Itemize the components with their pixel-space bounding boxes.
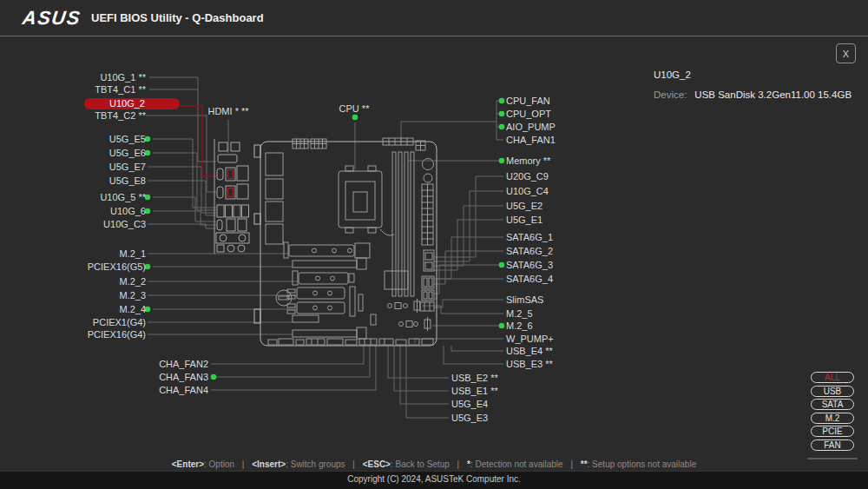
eps-power-connectors xyxy=(293,139,326,149)
m2-slot-2 xyxy=(293,271,354,285)
port-label-w-pump[interactable]: W_PUMP+ xyxy=(506,334,554,345)
filter-button-pcie[interactable]: PCIE xyxy=(811,426,854,437)
memory-slots xyxy=(392,152,414,296)
port-label-u10g-6[interactable]: U10G_6 xyxy=(35,206,146,217)
hint-separator: | xyxy=(242,459,245,469)
port-label-cha-fan4[interactable]: CHA_FAN4 xyxy=(104,385,208,396)
status-dot xyxy=(499,124,505,130)
filter-button-sata[interactable]: SATA xyxy=(811,399,854,410)
usb-port-highlight xyxy=(228,170,233,179)
hint-double-asterisk: **: Setup options not available xyxy=(581,459,696,469)
hint-separator: | xyxy=(457,459,460,469)
pciex1-g4-slot xyxy=(293,315,319,322)
filter-button-group: ALL USB SATA M.2 PCIE FAN xyxy=(811,372,856,453)
status-dot xyxy=(499,158,505,164)
port-label-usb-e3[interactable]: USB_E3 ** xyxy=(506,359,553,370)
hint-separator: | xyxy=(352,459,355,469)
port-label-u5g-e7[interactable]: U5G_E7 xyxy=(35,162,146,173)
pciex16-g4-slot xyxy=(293,327,366,339)
port-label-sata6g-4[interactable]: SATA6G_4 xyxy=(506,274,553,285)
port-label-m2-2[interactable]: M.2_2 xyxy=(35,276,146,287)
board-components xyxy=(266,138,434,345)
port-label-u5g-e8[interactable]: U5G_E8 xyxy=(35,175,146,187)
hint-asterisk: *: Detection not available xyxy=(467,459,563,469)
port-label-u5g-e6[interactable]: U5G_E6 xyxy=(35,148,146,159)
port-label-hdmi[interactable]: HDMI * ** xyxy=(194,106,263,117)
port-label-cpu[interactable]: CPU ** xyxy=(319,103,389,115)
port-label-u5g-e1[interactable]: U5G_E1 xyxy=(506,215,542,226)
port-label-sata6g-2[interactable]: SATA6G_2 xyxy=(506,246,553,257)
status-dots xyxy=(145,98,505,380)
vrm-heatsinks xyxy=(266,153,283,244)
fan-header-strip xyxy=(383,138,425,150)
port-label-u5g-e2[interactable]: U5G_E2 xyxy=(506,201,542,212)
port-label-u5g-e4[interactable]: U5G_E4 xyxy=(451,399,488,410)
sata-connectors xyxy=(422,276,434,301)
status-dot xyxy=(499,111,505,117)
filter-button-usb[interactable]: USB xyxy=(811,386,854,397)
port-label-cha-fan1[interactable]: CHA_FAN1 xyxy=(506,135,556,146)
status-dot xyxy=(499,98,505,104)
port-label-usb-e2[interactable]: USB_E2 ** xyxy=(451,373,498,384)
port-label-pciex16-g5[interactable]: PCIEX16(G5) xyxy=(35,261,146,273)
port-label-m2-5[interactable]: M.2_5 xyxy=(506,308,533,320)
hint-esc: <ESC>: Back to Setup xyxy=(363,459,450,469)
slimsas-connector xyxy=(420,302,434,311)
copyright-bar: Copyright (C) 2024, ASUSTeK Computer Inc… xyxy=(0,471,868,489)
filter-button-m2[interactable]: M.2 xyxy=(811,413,854,424)
status-dot xyxy=(499,323,505,329)
port-label-sata6g-3[interactable]: SATA6G_3 xyxy=(506,260,553,271)
port-label-u5g-e5[interactable]: U5G_E5 xyxy=(35,134,146,145)
rear-io-panel xyxy=(214,139,249,254)
cmos-battery xyxy=(276,290,292,306)
port-label-tbt4-c1[interactable]: TBT4_C1 ** xyxy=(35,84,146,96)
connection-lines xyxy=(146,77,858,459)
m2-slot-4 xyxy=(287,302,345,314)
status-dot xyxy=(211,374,217,380)
m2-5-standoffs xyxy=(388,299,421,313)
port-label-u10g-1[interactable]: U10G_1 ** xyxy=(35,72,146,83)
hint-separator: | xyxy=(570,459,573,469)
port-label-u10g-5[interactable]: U10G_5 ** xyxy=(35,192,146,203)
port-label-m2-3[interactable]: M.2_3 xyxy=(35,290,146,301)
port-label-aio-pump[interactable]: AIO_PUMP xyxy=(506,122,556,133)
port-label-u10g-c3[interactable]: U10G_C3 xyxy=(35,219,146,230)
m2-6-standoffs xyxy=(399,317,431,331)
port-label-usb-e1[interactable]: USB_E1 ** xyxy=(451,386,498,397)
atx-power-connector xyxy=(422,184,433,245)
port-label-m2-6[interactable]: M.2_6 xyxy=(506,320,533,332)
hdmi-port xyxy=(218,155,237,162)
port-label-u10g-2-selected[interactable]: U10G_2 xyxy=(84,98,180,109)
port-label-u20g-c9[interactable]: U20G_C9 xyxy=(506,171,549,182)
port-label-cpu-fan[interactable]: CPU_FAN xyxy=(506,96,550,107)
port-label-tbt4-c2[interactable]: TBT4_C2 ** xyxy=(35,110,146,122)
port-label-pciex1-g4[interactable]: PCIEX1(G4) xyxy=(35,317,146,328)
front-panel-usb-header xyxy=(424,250,434,271)
hint-insert: <Insert>: Switch groups xyxy=(252,459,345,469)
cpu-socket xyxy=(339,166,394,235)
port-label-usb-e4[interactable]: USB_E4 ** xyxy=(506,346,553,357)
bios-button xyxy=(423,159,434,170)
key-hints-bar: <Enter>: Option | <Insert>: Switch group… xyxy=(0,459,868,469)
status-dot xyxy=(352,115,358,121)
port-label-cha-fan3[interactable]: CHA_FAN3 xyxy=(104,372,208,383)
port-label-u10g-c4[interactable]: U10G_C4 xyxy=(506,186,549,197)
port-label-cha-fan2[interactable]: CHA_FAN2 xyxy=(104,359,208,370)
m2-slot-3 xyxy=(287,287,345,299)
pciex16-g5-slot xyxy=(293,258,366,269)
port-label-cpu-opt[interactable]: CPU_OPT xyxy=(506,109,551,120)
port-label-pciex16-g4[interactable]: PCIEX16(G4) xyxy=(35,329,146,340)
hint-enter: <Enter>: Option xyxy=(172,459,234,469)
bottom-edge-headers xyxy=(268,339,433,345)
port-label-m2-1[interactable]: M.2_1 xyxy=(35,248,146,260)
port-label-m2-4[interactable]: M.2_4 xyxy=(35,304,146,315)
filter-button-all[interactable]: ALL xyxy=(811,372,854,383)
bios-button-2 xyxy=(424,174,432,182)
port-label-slimsas[interactable]: SlimSAS xyxy=(506,294,543,306)
filter-button-fan[interactable]: FAN xyxy=(811,439,854,451)
port-label-u5g-e3[interactable]: U5G_E3 xyxy=(451,413,488,424)
status-dot xyxy=(499,262,505,268)
m2-slot-1 xyxy=(284,242,370,258)
port-label-memory[interactable]: Memory ** xyxy=(506,155,550,167)
port-label-sata6g-1[interactable]: SATA6G_1 xyxy=(506,232,553,243)
